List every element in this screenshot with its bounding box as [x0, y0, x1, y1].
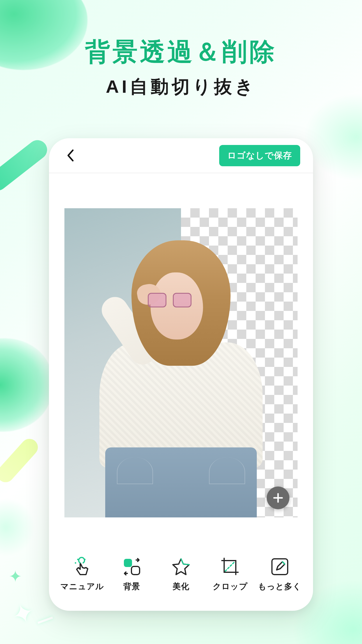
headline-line-2: AI自動切り抜き	[0, 74, 362, 99]
decorative-blob	[0, 338, 52, 432]
subject-glasses	[148, 293, 191, 309]
decorative-blob	[0, 498, 35, 556]
star-icon	[171, 556, 191, 577]
save-without-logo-button[interactable]: ロゴなしで保存	[219, 145, 300, 166]
chevron-left-icon	[66, 149, 75, 162]
app-bar: ロゴなしで保存	[49, 138, 313, 173]
svg-point-3	[84, 559, 86, 560]
subject-jeans	[105, 447, 257, 517]
magic-wand-icon: ✦⎯	[8, 590, 53, 632]
svg-rect-5	[124, 559, 132, 567]
tool-label: 美化	[173, 581, 189, 592]
svg-rect-8	[272, 559, 288, 575]
svg-line-7	[225, 562, 235, 571]
headline-line-1: 背景透過＆削除	[0, 35, 362, 69]
background-swap-icon	[122, 556, 142, 577]
svg-point-4	[75, 562, 76, 564]
tool-label: 背景	[123, 581, 140, 592]
crop-icon	[220, 556, 240, 577]
editor-canvas[interactable]	[64, 208, 298, 517]
tool-crop[interactable]: クロップ	[208, 556, 252, 592]
save-button-label: ロゴなしで保存	[227, 150, 292, 160]
decorative-bar	[0, 136, 51, 195]
svg-point-2	[77, 559, 79, 560]
edit-icon	[270, 556, 290, 577]
tool-manual[interactable]: マニュアル	[60, 556, 104, 592]
back-button[interactable]	[62, 147, 79, 164]
tap-icon	[72, 556, 92, 577]
plus-icon	[273, 492, 284, 503]
tool-label: もっと多く	[258, 581, 301, 592]
promo-background: ✦ ✦⎯ 背景透過＆削除 AI自動切り抜き ロゴなしで保存	[0, 0, 362, 644]
promo-headline: 背景透過＆削除 AI自動切り抜き	[0, 35, 362, 99]
tool-background[interactable]: 背景	[110, 556, 154, 592]
svg-rect-6	[131, 566, 140, 575]
add-layer-button[interactable]	[267, 487, 289, 509]
tool-beautify[interactable]: 美化	[159, 556, 203, 592]
phone-mockup: ロゴなしで保存	[49, 138, 313, 611]
subject-cutout	[91, 232, 271, 517]
decorative-bar	[0, 435, 41, 486]
tool-more[interactable]: もっと多く	[258, 556, 302, 592]
tool-label: マニュアル	[60, 581, 104, 592]
editor-canvas-area	[49, 173, 313, 547]
sparkle-icon: ✦	[9, 567, 22, 586]
tool-label: クロップ	[213, 581, 248, 592]
editor-toolbar: マニュアル 背景	[49, 547, 313, 611]
